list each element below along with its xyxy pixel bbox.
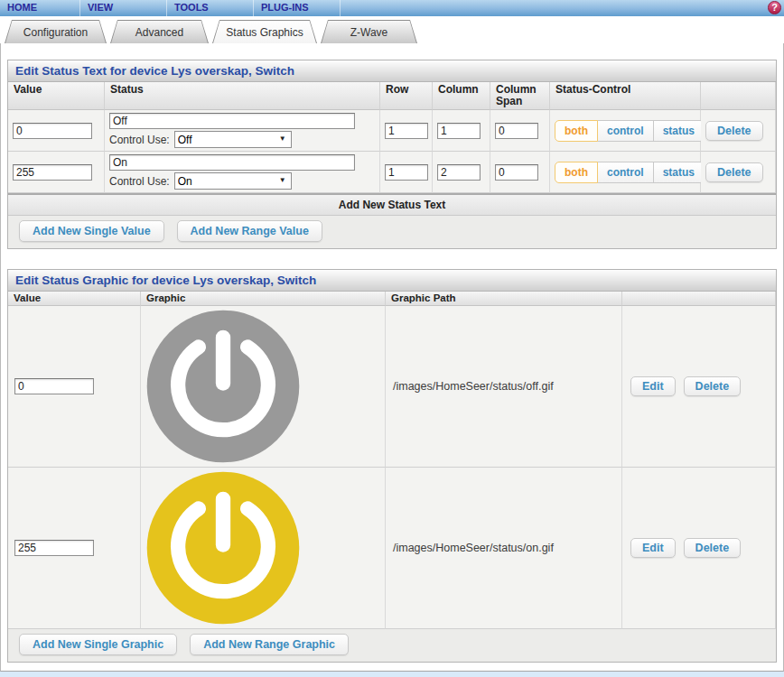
table-row-status-cell: Control Use: Off bbox=[105, 110, 380, 152]
add-new-status-text-header: Add New Status Text bbox=[8, 193, 776, 216]
graphic-row-image-cell bbox=[141, 468, 386, 629]
add-new-single-value-button[interactable]: Add New Single Value bbox=[19, 220, 164, 242]
tab-status-graphics[interactable]: Status Graphics bbox=[212, 20, 317, 43]
row-input[interactable] bbox=[385, 123, 428, 139]
column-input[interactable] bbox=[437, 123, 481, 139]
status-graphic-section: Edit Status Graphic for device Lys overs… bbox=[7, 269, 777, 663]
column-header-status-control: Status-Control bbox=[550, 82, 701, 110]
status-text-input[interactable] bbox=[109, 154, 355, 171]
column-header-column-span: Column Span bbox=[490, 82, 550, 110]
status-text-table: Value Status Row Column Column Span Stat… bbox=[8, 82, 776, 248]
menubar: HOME VIEW TOOLS PLUG-INS ? bbox=[0, 0, 784, 16]
column-header-value: Value bbox=[8, 292, 141, 306]
table-row-delete-cell: Delete bbox=[701, 152, 776, 193]
row-input[interactable] bbox=[385, 164, 428, 181]
chevron-down-icon: Off bbox=[174, 131, 292, 148]
table-row-delete-cell: Delete bbox=[701, 110, 776, 152]
tab-label: Advanced bbox=[135, 26, 183, 39]
tab-z-wave[interactable]: Z-Wave bbox=[321, 20, 417, 43]
column-header-value: Value bbox=[8, 82, 105, 110]
graphic-row-actions: Edit Delete bbox=[622, 306, 776, 468]
graphic-row-image-cell bbox=[141, 306, 386, 468]
column-header-row: Row bbox=[380, 82, 433, 110]
table-row-column-span-cell bbox=[490, 152, 550, 193]
status-text-section: Edit Status Text for device Lys overskap… bbox=[7, 60, 777, 249]
table-row-column-cell bbox=[433, 152, 490, 193]
tab-label: Z-Wave bbox=[350, 26, 388, 39]
tab-configuration[interactable]: Configuration bbox=[5, 20, 107, 43]
delete-button[interactable]: Delete bbox=[684, 538, 742, 558]
table-row-status-control-cell: both control status bbox=[550, 152, 701, 193]
help-icon[interactable]: ? bbox=[768, 1, 781, 14]
status-button[interactable]: status bbox=[653, 120, 705, 142]
value-input[interactable] bbox=[13, 164, 92, 181]
menu-item-view[interactable]: VIEW bbox=[80, 0, 167, 16]
tab-label: Configuration bbox=[23, 26, 88, 39]
add-new-single-graphic-button[interactable]: Add New Single Graphic bbox=[19, 634, 177, 655]
menu-item-tools[interactable]: TOOLS bbox=[167, 0, 254, 16]
status-graphic-table: Value Graphic Graphic Path /images/HomeS… bbox=[8, 292, 776, 662]
delete-button[interactable]: Delete bbox=[684, 376, 742, 396]
both-button[interactable]: both bbox=[555, 120, 598, 142]
power-icon bbox=[145, 470, 301, 626]
column-header-column: Column bbox=[433, 82, 490, 110]
control-use-select[interactable]: Off bbox=[174, 131, 292, 148]
status-text-section-title: Edit Status Text for device Lys overskap… bbox=[8, 60, 776, 82]
add-new-range-graphic-button[interactable]: Add New Range Graphic bbox=[190, 634, 349, 655]
graphic-row-value-cell bbox=[8, 306, 141, 468]
column-header-graphic-path: Graphic Path bbox=[386, 292, 622, 306]
column-header-graphic: Graphic bbox=[141, 292, 386, 306]
graphic-value-input[interactable] bbox=[14, 540, 94, 556]
delete-button[interactable]: Delete bbox=[705, 162, 763, 182]
status-text-actions: Add New Single Value Add New Range Value bbox=[8, 216, 776, 248]
tab-advanced[interactable]: Advanced bbox=[110, 20, 209, 43]
column-input[interactable] bbox=[437, 164, 481, 181]
delete-button[interactable]: Delete bbox=[705, 121, 763, 141]
control-use-select[interactable]: On bbox=[174, 172, 292, 190]
edit-button[interactable]: Edit bbox=[630, 538, 676, 558]
control-use-label: Control Use: bbox=[109, 175, 170, 188]
table-row-column-span-cell bbox=[490, 110, 550, 152]
both-button[interactable]: both bbox=[555, 162, 598, 183]
status-graphic-section-title: Edit Status Graphic for device Lys overs… bbox=[8, 270, 776, 292]
value-input[interactable] bbox=[13, 123, 92, 139]
table-row-row-cell bbox=[380, 110, 433, 152]
control-use-label: Control Use: bbox=[109, 134, 170, 146]
content-area: Edit Status Text for device Lys overskap… bbox=[0, 43, 784, 672]
menu-item-plugins[interactable]: PLUG-INS bbox=[254, 0, 341, 16]
power-icon bbox=[145, 309, 301, 464]
control-button[interactable]: control bbox=[597, 120, 654, 142]
chevron-down-icon: On bbox=[174, 172, 292, 190]
column-header-actions bbox=[701, 82, 776, 110]
add-new-range-value-button[interactable]: Add New Range Value bbox=[177, 220, 322, 242]
control-button[interactable]: control bbox=[597, 162, 654, 183]
table-row-row-cell bbox=[380, 152, 433, 193]
graphic-row-actions: Edit Delete bbox=[622, 468, 776, 629]
status-button[interactable]: status bbox=[653, 162, 705, 183]
column-header-status: Status bbox=[105, 82, 380, 110]
status-text-input[interactable] bbox=[109, 113, 355, 129]
table-row-status-control-cell: both control status bbox=[550, 110, 701, 152]
table-row-value-cell bbox=[8, 152, 105, 193]
edit-button[interactable]: Edit bbox=[630, 376, 676, 396]
tab-label: Status Graphics bbox=[226, 26, 303, 39]
graphic-row-path: /images/HomeSeer/status/off.gif bbox=[386, 306, 622, 468]
tabbar: Configuration Advanced Status Graphics Z… bbox=[0, 16, 784, 43]
column-span-input[interactable] bbox=[495, 164, 538, 181]
graphic-row-path: /images/HomeSeer/status/on.gif bbox=[386, 468, 622, 629]
status-graphic-actions: Add New Single Graphic Add New Range Gra… bbox=[8, 629, 776, 662]
graphic-value-input[interactable] bbox=[14, 378, 94, 394]
column-header-actions bbox=[622, 292, 776, 306]
menu-item-home[interactable]: HOME bbox=[0, 0, 80, 16]
table-row-value-cell bbox=[8, 110, 105, 152]
table-row-column-cell bbox=[433, 110, 490, 152]
column-span-input[interactable] bbox=[495, 123, 538, 139]
graphic-row-value-cell bbox=[8, 468, 141, 629]
table-row-status-cell: Control Use: On bbox=[105, 152, 380, 193]
